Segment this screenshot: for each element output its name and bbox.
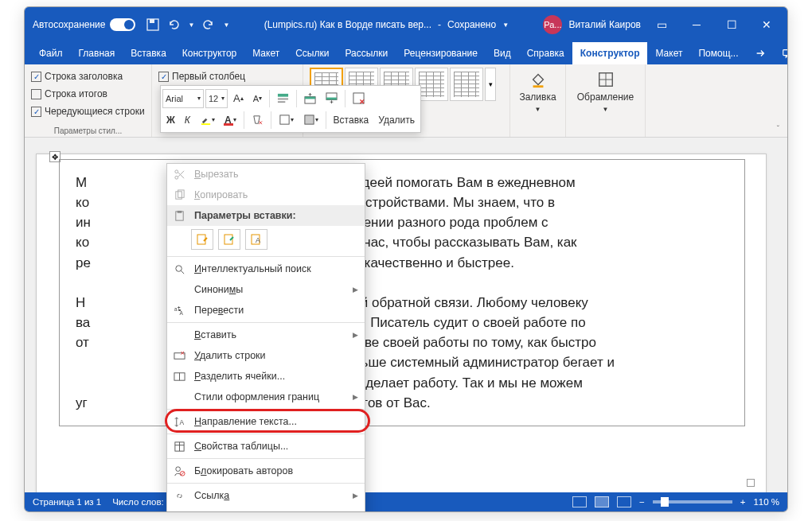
opt-header-row[interactable]: ✓Строка заголовка <box>31 68 145 85</box>
undo-icon[interactable] <box>167 18 180 31</box>
tab-help[interactable]: Справка <box>519 42 572 64</box>
tab-layout[interactable]: Макет <box>244 42 287 64</box>
insert-row-above-icon[interactable] <box>300 89 320 108</box>
table-style-5[interactable] <box>450 68 483 101</box>
menu-link[interactable]: Ссылка▶ <box>167 485 365 506</box>
table-cell[interactable]: Модержимых идеей помогать Вам в ежедневн… <box>59 159 745 426</box>
borders-button[interactable]: Обрамление▼ <box>572 68 638 116</box>
font-color-icon[interactable]: A▾ <box>221 111 240 130</box>
styles-icon[interactable] <box>273 89 293 108</box>
italic-button[interactable]: К <box>181 111 194 130</box>
undo-dropdown[interactable]: ▼ <box>188 21 194 29</box>
menu-block-authors[interactable]: Блокировать авторов <box>167 461 365 481</box>
zoom-out-icon[interactable]: − <box>639 497 645 507</box>
save-state-dropdown[interactable]: ▼ <box>502 21 509 29</box>
borders-icon <box>597 71 615 88</box>
insert-row-below-icon[interactable] <box>322 89 342 108</box>
zoom-value[interactable]: 110 % <box>753 497 779 507</box>
bold-button[interactable]: Ж <box>162 111 179 130</box>
status-page[interactable]: Страница 1 из 1 <box>33 497 101 507</box>
tab-file[interactable]: Файл <box>31 42 71 64</box>
tab-table-layout[interactable]: Макет <box>647 42 690 64</box>
svg-rect-7 <box>278 94 288 97</box>
menu-table-properties[interactable]: Свойства таблицы... <box>167 436 365 457</box>
qat-more[interactable]: ▼ <box>223 21 229 29</box>
autosave-label: Автосохранение <box>33 19 105 30</box>
shading-mini-icon[interactable]: ▾ <box>299 111 322 130</box>
shading-button[interactable]: Заливка▼ <box>517 68 559 116</box>
opt-first-column[interactable]: ✓Первый столбец <box>158 68 296 85</box>
svg-rect-1 <box>150 19 154 23</box>
group-table-style-options: Параметры стил... <box>25 126 151 135</box>
maximize-icon[interactable]: ☐ <box>714 7 749 42</box>
paste-keep-source[interactable] <box>191 229 213 250</box>
font-size-combo[interactable]: 12▾ <box>205 89 228 108</box>
menu-translate[interactable]: аѣA Перевести <box>167 300 365 321</box>
status-bar: Страница 1 из 1 Число слов: 113 ▢ русски… <box>25 492 787 511</box>
tab-insert[interactable]: Вставка <box>123 42 174 64</box>
svg-text:A: A <box>179 310 183 316</box>
minimize-icon[interactable]: ─ <box>679 7 714 42</box>
collapse-ribbon-icon[interactable]: ˇ <box>777 125 779 134</box>
mini-toolbar: Arial▾ 12▾ A▴ A▾ Ж К ▾ A▾ ▾ <box>160 85 421 133</box>
paste-text-only[interactable]: A <box>245 229 267 250</box>
translate-icon: аѣA <box>170 305 188 317</box>
tab-view[interactable]: Вид <box>486 42 519 64</box>
paste-merge[interactable] <box>218 229 240 250</box>
menu-split-cells[interactable]: Разделить ячейки... <box>167 366 365 387</box>
tab-home[interactable]: Главная <box>71 42 123 64</box>
menu-text-direction[interactable]: A Направление текста... <box>167 411 365 432</box>
account-badge[interactable]: Ра... <box>543 15 562 34</box>
comment-icon <box>170 511 188 513</box>
user-name[interactable]: Виталий Каиров <box>568 19 641 30</box>
menu-synonyms[interactable]: Синонимы▶ <box>167 279 365 300</box>
menu-delete-rows[interactable]: Удалить строки <box>167 345 365 366</box>
document-area[interactable]: ✥ Модержимых идеей помогать Вам в ежедне… <box>25 138 787 492</box>
border-icon[interactable]: ▾ <box>275 111 298 130</box>
svg-rect-3 <box>533 85 543 87</box>
table-resize-handle[interactable] <box>747 479 755 487</box>
clear-format-icon[interactable] <box>248 111 267 130</box>
view-print-icon[interactable] <box>595 496 609 507</box>
ribbon-display-icon[interactable]: ▭ <box>644 7 679 42</box>
grow-font-icon[interactable]: A▴ <box>229 89 248 108</box>
shrink-font-icon[interactable]: A▾ <box>249 89 266 108</box>
text-direction-icon: A <box>170 416 188 428</box>
menu-smart-lookup[interactable]: Интеллектуальный поиск <box>167 259 365 279</box>
share-button[interactable] <box>747 42 774 64</box>
autosave-toggle[interactable] <box>110 18 135 31</box>
tab-review[interactable]: Рецензирование <box>396 42 486 64</box>
menu-cut[interactable]: Вырезать <box>167 164 365 185</box>
tab-table-design[interactable]: Конструктор <box>572 42 648 64</box>
svg-point-18 <box>174 176 178 179</box>
menu-border-styles[interactable]: Стили оформления границ▶ <box>167 387 365 407</box>
view-read-icon[interactable] <box>572 496 587 507</box>
tab-design[interactable]: Конструктор <box>174 42 244 64</box>
tab-mailings[interactable]: Рассылки <box>337 42 396 64</box>
save-icon[interactable] <box>146 18 159 31</box>
view-web-icon[interactable] <box>617 496 631 507</box>
app-window: Автосохранение ▼ ▼ (Lumpics.ru) Как в Во… <box>24 6 788 512</box>
table-styles-more[interactable]: ▾ <box>485 68 496 101</box>
tab-tell-me[interactable]: Помощ... <box>690 42 746 64</box>
menu-new-comment[interactable]: Создать примечание <box>167 506 365 512</box>
zoom-slider[interactable] <box>653 500 732 504</box>
tab-references[interactable]: Ссылки <box>287 42 337 64</box>
svg-rect-23 <box>177 210 182 212</box>
menu-insert[interactable]: Вставить▶ <box>167 325 365 345</box>
delete-menu[interactable]: Удалить <box>374 111 419 130</box>
menu-copy[interactable]: Копировать <box>167 185 365 205</box>
svg-rect-8 <box>278 99 288 100</box>
comments-button[interactable] <box>774 42 788 64</box>
opt-banded-rows[interactable]: ✓Чередующиеся строки <box>31 103 145 120</box>
opt-total-row[interactable]: Строка итогов <box>31 85 145 103</box>
redo-icon[interactable] <box>202 18 215 31</box>
insert-menu[interactable]: Вставка <box>330 111 373 130</box>
delete-table-icon[interactable] <box>349 89 369 108</box>
svg-line-40 <box>181 472 184 475</box>
close-icon[interactable]: ✕ <box>749 7 784 42</box>
zoom-in-icon[interactable]: + <box>740 497 746 507</box>
svg-text:A: A <box>179 418 184 426</box>
font-family-combo[interactable]: Arial▾ <box>162 89 204 108</box>
highlight-icon[interactable]: ▾ <box>196 111 219 130</box>
